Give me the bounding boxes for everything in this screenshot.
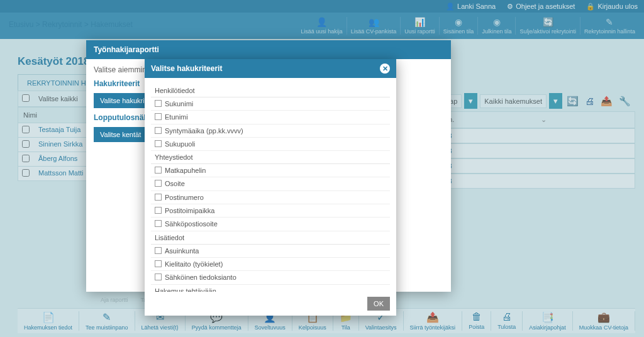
ok-button[interactable]: OK — [367, 297, 390, 311]
report-modal-title: Työnhakijaraportti — [86, 40, 451, 59]
criteria-item[interactable]: Syntymäaika (pp.kk.vvvv) — [151, 124, 390, 138]
criteria-modal-header: Valitse hakukriteerit ✕ — [145, 59, 396, 78]
criteria-checkbox[interactable] — [155, 167, 162, 174]
criteria-label: Postinumero — [165, 194, 204, 201]
criteria-label: Postitoimipaikka — [165, 207, 214, 214]
criteria-checkbox[interactable] — [155, 247, 162, 254]
criteria-item[interactable]: Sähköinen tiedoksianto — [151, 271, 390, 284]
criteria-modal: Valitse hakukriteerit ✕ HenkilötiedotSuk… — [145, 59, 396, 316]
criteria-label: Syntymäaika (pp.kk.vvvv) — [165, 127, 243, 135]
criteria-item[interactable]: Matkapuhelin — [151, 164, 390, 177]
criteria-checkbox[interactable] — [155, 100, 162, 107]
criteria-checkbox[interactable] — [155, 113, 162, 120]
criteria-label: Sähköinen tiedoksianto — [165, 273, 236, 281]
criteria-checkbox[interactable] — [155, 220, 162, 227]
criteria-item[interactable]: Kielitaito (työkielet) — [151, 258, 390, 271]
criteria-checkbox[interactable] — [155, 140, 162, 147]
criteria-label: Sukunimi — [165, 100, 193, 108]
criteria-item[interactable]: Postitoimipaikka — [151, 204, 390, 218]
criteria-item[interactable]: Sukunimi — [151, 97, 390, 111]
select-fields-button[interactable]: Valitse kentät — [94, 127, 147, 142]
criteria-checkbox[interactable] — [155, 194, 162, 201]
criteria-label: Kielitaito (työkielet) — [165, 260, 223, 268]
criteria-group-header: Lisätiedot — [151, 231, 390, 245]
criteria-list[interactable]: HenkilötiedotSukunimiEtunimiSyntymäaika … — [145, 78, 396, 292]
criteria-label: Matkapuhelin — [165, 167, 206, 174]
criteria-label: Etunimi — [165, 113, 188, 121]
criteria-label: Osoite — [165, 180, 185, 187]
criteria-item[interactable]: Etunimi — [151, 111, 390, 124]
criteria-checkbox[interactable] — [155, 273, 162, 280]
criteria-item[interactable]: Sukupuoli — [151, 138, 390, 151]
criteria-group-header: Hakemus tehtävään — [151, 285, 390, 292]
criteria-modal-title: Valitse hakukriteerit — [151, 64, 222, 73]
criteria-checkbox[interactable] — [155, 260, 162, 267]
criteria-group-header: Yhteystiedot — [151, 151, 390, 164]
criteria-item[interactable]: Asuinkunta — [151, 245, 390, 258]
select-criteria-button[interactable]: Valitse hakukrit — [94, 93, 153, 108]
criteria-checkbox[interactable] — [155, 127, 162, 134]
criteria-label: Sähköpostiosoite — [165, 220, 218, 228]
criteria-label: Asuinkunta — [165, 247, 199, 255]
criteria-item[interactable]: Osoite — [151, 177, 390, 191]
close-button[interactable]: ✕ — [380, 64, 390, 74]
criteria-label: Sukupuoli — [165, 140, 195, 148]
criteria-item[interactable]: Sähköpostiosoite — [151, 218, 390, 231]
criteria-item[interactable]: Postinumero — [151, 191, 390, 204]
criteria-checkbox[interactable] — [155, 207, 162, 214]
criteria-group-header: Henkilötiedot — [151, 84, 390, 97]
criteria-checkbox[interactable] — [155, 180, 162, 187]
